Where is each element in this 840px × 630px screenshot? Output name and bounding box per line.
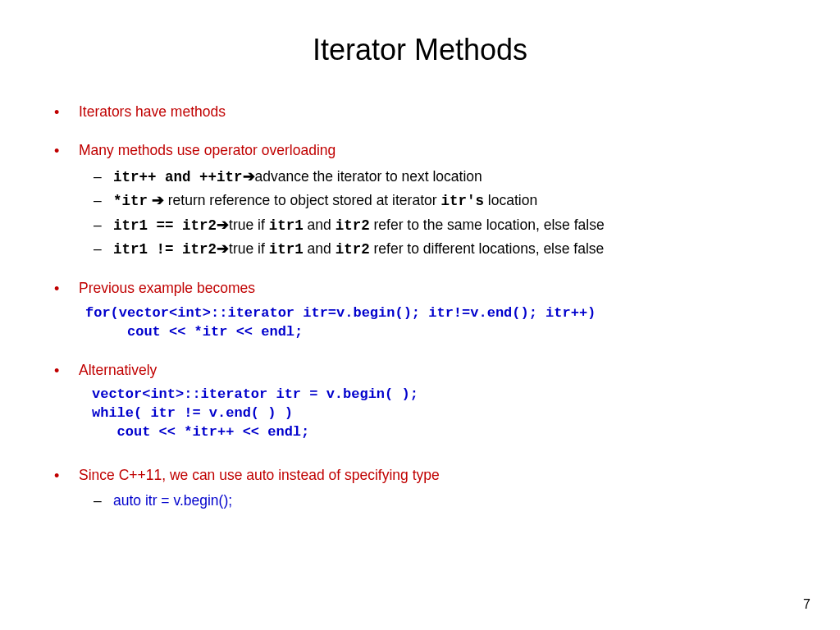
text-span: location (484, 192, 537, 208)
sub-item: itr++ and ++itr➔advance the iterator to … (113, 167, 791, 188)
bullet-item: Many methods use operator overloading it… (79, 140, 791, 260)
bullet-item: Previous example becomes for(vector<int>… (79, 278, 791, 341)
code-span: itr1 (269, 241, 304, 258)
code-span: *itr (113, 193, 148, 209)
text-span: true if (229, 240, 269, 257)
code-span: itr1 != itr2 (113, 241, 217, 258)
bullet-text: Iterators have methods (79, 103, 226, 120)
code-span: itr2 (336, 241, 370, 258)
text-span: refer to the same location, else false (370, 217, 605, 233)
bullet-text: Alternatively (79, 362, 157, 378)
sub-item: *itr ➔ return reference to object stored… (113, 190, 791, 212)
bullet-text: Since C++11, we can use auto instead of … (79, 467, 440, 483)
code-span: itr++ and ++itr (113, 169, 243, 185)
text-span: and (304, 217, 336, 233)
bullet-item: Alternatively vector<int>::iterator itr … (79, 360, 791, 442)
slide-content: Iterators have methods Many methods use … (49, 102, 791, 511)
code-block: vector<int>::iterator itr = v.begin( ); … (79, 386, 791, 442)
text-span: refer to different locations, else false (370, 240, 605, 257)
text-span: return reference to object stored at ite… (168, 192, 441, 208)
sub-list: auto itr = v.begin(); (79, 491, 791, 511)
arrow-icon: ➔ (243, 168, 255, 185)
arrow-icon: ➔ (217, 240, 229, 257)
sub-item: auto itr = v.begin(); (113, 491, 791, 511)
slide-title: Iterator Methods (49, 33, 791, 67)
bullet-text: Many methods use operator overloading (79, 142, 336, 158)
bullet-text: Previous example becomes (79, 280, 255, 296)
bullet-item: Since C++11, we can use auto instead of … (79, 465, 791, 512)
code-line: auto itr = v.begin(); (113, 492, 232, 509)
bullet-list: Iterators have methods Many methods use … (49, 102, 791, 511)
text-span: true if (229, 217, 269, 233)
sub-item: itr1 == itr2➔true if itr1 and itr2 refer… (113, 215, 791, 236)
bullet-item: Iterators have methods (79, 102, 791, 122)
code-span: itr1 == itr2 (113, 217, 217, 234)
slide: Iterator Methods Iterators have methods … (0, 0, 840, 630)
sub-list: itr++ and ++itr➔advance the iterator to … (79, 167, 791, 261)
text-span: and (304, 240, 336, 257)
sub-item: itr1 != itr2➔true if itr1 and itr2 refer… (113, 239, 791, 260)
code-block: for(vector<int>::iterator itr=v.begin();… (79, 304, 791, 342)
code-span: itr2 (336, 217, 370, 234)
code-span: itr1 (269, 217, 304, 234)
code-span: itr's (441, 193, 484, 209)
page-number: 7 (803, 597, 810, 612)
arrow-icon: ➔ (148, 192, 168, 208)
arrow-icon: ➔ (217, 217, 229, 233)
text-span: advance the iterator to next location (255, 168, 482, 185)
